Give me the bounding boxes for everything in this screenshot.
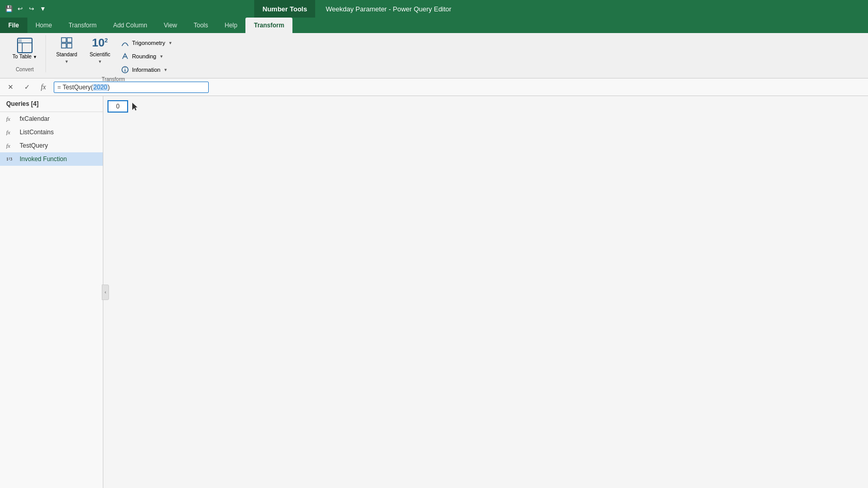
sidebar-item-listcontains[interactable]: fx ListContains [0,125,103,139]
formula-param: 2020 [93,84,108,91]
sidebar-item-fxcalendar-label: fxCalendar [20,115,50,122]
standard-grid-icon [61,37,72,49]
cell-value[interactable]: 0 [107,100,128,113]
undo-icon[interactable]: ↩ [16,4,25,13]
number-tools-label: Number Tools [254,0,315,18]
rounding-icon [120,52,130,61]
scientific-icon: 102 [92,37,108,49]
convert-group-label: Convert [10,67,39,72]
tab-add-column[interactable]: Add Column [105,18,156,33]
content-area: 0 [103,96,868,488]
fx-calendar-icon: fx [6,116,17,122]
save-icon[interactable]: 💾 [4,4,13,13]
cursor-icon [131,102,137,111]
information-label: Information [132,67,160,73]
trigonometry-label: Trigonometry [132,40,165,46]
sidebar: Queries [4] fx fxCalendar fx ListContain… [0,96,103,488]
svg-rect-4 [61,38,66,42]
formula-input[interactable]: = TestQuery(2020) [54,82,209,93]
sidebar-item-testquery[interactable]: fx TestQuery [0,139,103,152]
rounding-button[interactable]: Rounding ▼ [118,51,174,62]
qat-dropdown-icon[interactable]: ▼ [38,4,48,13]
ribbon-group-convert: To Table ▼ Convert [4,35,46,72]
formula-bar: ✕ ✓ fx = TestQuery(2020) [0,78,868,96]
to-table-icon [17,37,33,54]
title-bar: 💾 ↩ ↪ ▼ Number Tools Weekday Parameter -… [0,0,868,18]
sidebar-item-invoked-function[interactable]: 1²3 Invoked Function [0,152,103,166]
rounding-label: Rounding [132,53,156,59]
cell-value-text: 0 [116,103,120,110]
quick-access-toolbar: 💾 ↩ ↪ ▼ [4,4,48,13]
window-title: Weekday Parameter - Power Query Editor [326,5,451,13]
sidebar-item-listcontains-label: ListContains [20,129,54,136]
ribbon-group-transform: Standard ▼ 102 Scientific ▼ [46,35,181,82]
confirm-button[interactable]: ✓ [21,81,33,93]
collapse-icon: ‹ [105,290,106,295]
sidebar-item-invoked-function-label: Invoked Function [20,155,67,163]
information-button[interactable]: Information ▼ [118,64,174,75]
trigonometry-icon [120,38,130,48]
to-table-button[interactable]: To Table ▼ [10,35,39,62]
svg-rect-5 [67,38,72,42]
fx-button[interactable]: fx [37,81,50,93]
ribbon: To Table ▼ Convert Standa [0,33,868,78]
tab-file[interactable]: File [0,18,27,33]
tab-view[interactable]: View [156,18,185,33]
formula-close: ) [108,84,110,91]
tab-transform-1[interactable]: Transform [60,18,105,33]
sidebar-item-testquery-label: TestQuery [20,142,48,149]
scientific-label: Scientific [89,52,110,57]
formula-equals: = [57,84,63,91]
svg-rect-6 [61,43,66,48]
standard-button[interactable]: Standard ▼ [52,35,82,66]
tab-help[interactable]: Help [216,18,246,33]
tab-transform-2[interactable]: Transform [245,18,292,33]
invoked-function-icon: 1²3 [6,156,17,162]
tab-home[interactable]: Home [27,18,60,33]
svg-rect-3 [19,39,22,42]
cursor-area [131,102,137,111]
cancel-button[interactable]: ✕ [4,81,17,93]
svg-point-10 [125,68,126,69]
rounding-dropdown-arrow: ▼ [159,54,163,59]
scientific-dropdown[interactable]: ▼ [98,59,102,64]
standard-dropdown[interactable]: ▼ [65,59,69,64]
sidebar-header: Queries [4] [0,96,103,112]
to-table-label: To Table ▼ [12,54,37,60]
information-dropdown-arrow: ▼ [163,68,167,72]
trig-rounding-info-group: Trigonometry ▼ Rounding ▼ [118,35,174,75]
sidebar-collapse-button[interactable]: ‹ [102,285,109,300]
formula-function: TestQuery( [63,84,93,91]
fx-testquery-icon: fx [6,143,17,149]
standard-label: Standard [56,52,78,57]
svg-rect-7 [67,43,72,48]
fx-listcontains-icon: fx [6,129,17,135]
scientific-button[interactable]: 102 Scientific ▼ [85,35,114,66]
redo-icon[interactable]: ↪ [27,4,36,13]
main-content: Queries [4] fx fxCalendar fx ListContain… [0,96,868,488]
tab-tools[interactable]: Tools [185,18,216,33]
trigonometry-dropdown-arrow: ▼ [168,41,173,45]
ribbon-tab-bar: File Home Transform Add Column View Tool… [0,18,868,33]
trigonometry-button[interactable]: Trigonometry ▼ [118,37,174,49]
sidebar-item-fxcalendar[interactable]: fx fxCalendar [0,112,103,125]
information-icon [120,65,130,74]
